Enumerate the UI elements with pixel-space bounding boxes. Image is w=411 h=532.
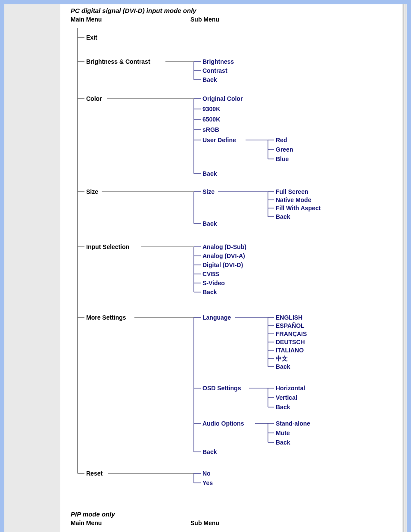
menu-more-settings: More Settings <box>86 314 126 321</box>
sub-analog-dsub: Analog (D-Sub) <box>202 243 246 250</box>
sub-9300k: 9300K <box>202 106 220 112</box>
osd-back: Back <box>276 404 290 411</box>
sub-svideo: S-Video <box>202 280 225 286</box>
menu-reset: Reset <box>86 470 103 477</box>
reset-no: No <box>202 470 211 477</box>
sub-size: Size <box>202 188 215 195</box>
menu-input-selection: Input Selection <box>86 243 129 250</box>
lang-back: Back <box>276 363 290 370</box>
sub-user-define: User Define <box>202 137 236 143</box>
sub-language: Language <box>202 314 231 321</box>
sub-cvbs: CVBS <box>202 271 219 277</box>
lang-zh: 中文 <box>276 355 288 362</box>
sub-color-back: Back <box>202 170 217 177</box>
menu-tree: Exit Brightness & Contrast Brightness Co… <box>65 28 402 502</box>
lang-english: ENGLISH <box>276 314 302 321</box>
sub-digital-dvid: Digital (DVI-D) <box>202 261 243 268</box>
sub-size-native: Native Mode <box>276 196 311 203</box>
sub-osd: OSD Settings <box>202 385 241 392</box>
sub-ud-red: Red <box>276 137 287 143</box>
audio-mute: Mute <box>276 429 290 436</box>
audio-standalone: Stand-alone <box>276 420 310 427</box>
menu-color: Color <box>86 95 102 102</box>
sub-size-back2: Back <box>276 213 290 220</box>
osd-horizontal: Horizontal <box>276 385 305 392</box>
sub-brightness: Brightness <box>202 58 234 65</box>
lang-deutsch: DEUTSCH <box>276 339 305 345</box>
sub-original-color: Original Color <box>202 95 243 102</box>
sub-menu-header-2: Sub Menu <box>190 520 219 526</box>
menu-brightness-contrast: Brightness & Contrast <box>86 58 150 65</box>
reset-yes: Yes <box>202 479 213 486</box>
sub-analog-dvia: Analog (DVI-A) <box>202 252 245 259</box>
sub-audio: Audio Options <box>202 420 244 427</box>
sub-size-back: Back <box>202 220 217 227</box>
lang-italiano: ITALIANO <box>276 347 304 354</box>
sub-size-full: Full Screen <box>276 188 308 195</box>
osd-vertical: Vertical <box>276 394 297 401</box>
main-menu-header-2: Main Menu <box>71 520 190 526</box>
sub-ud-blue: Blue <box>276 156 289 162</box>
sub-input-back: Back <box>202 289 217 296</box>
lang-espanol: ESPAÑOL <box>276 322 305 329</box>
section-title-pc-digital: PC digital signal (DVI-D) input mode onl… <box>71 7 402 14</box>
sub-srgb: sRGB <box>202 126 219 133</box>
sub-bc-back: Back <box>202 76 217 83</box>
section-title-pip: PIP mode only <box>71 510 402 518</box>
sub-more-back: Back <box>202 448 217 455</box>
column-headers-1: Main Menu Sub Menu <box>71 16 402 23</box>
menu-exit: Exit <box>86 34 97 41</box>
sub-size-fill: Fill With Aspect <box>276 205 321 212</box>
sub-contrast: Contrast <box>202 67 227 74</box>
audio-back: Back <box>276 439 290 446</box>
column-headers-2: Main Menu Sub Menu <box>71 520 402 526</box>
lang-francais: FRANÇAIS <box>276 330 307 337</box>
main-menu-header: Main Menu <box>71 16 190 23</box>
sub-menu-header: Sub Menu <box>190 16 219 23</box>
menu-size: Size <box>86 188 98 195</box>
sub-6500k: 6500K <box>202 116 220 123</box>
sub-ud-green: Green <box>276 146 293 153</box>
